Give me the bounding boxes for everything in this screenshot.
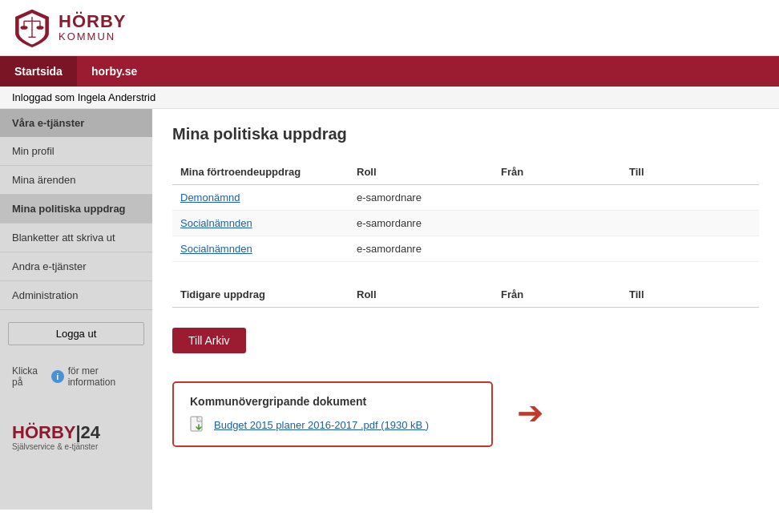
sidebar-item-politiska-uppdrag[interactable]: Mina politiska uppdrag [0, 195, 152, 224]
col-tidigare-uppdrag: Tidigare uppdrag [172, 282, 349, 308]
table-row: Socialnämndene-samordanre [172, 211, 759, 236]
horby24-horby: HÖRBY [12, 424, 75, 441]
logo-horby: HÖRBY [59, 12, 126, 31]
table-row: Demonämnde-samordnare [172, 185, 759, 211]
logo-shield-icon [12, 8, 52, 48]
horby24-number: 24 [81, 424, 100, 441]
sidebar-item-mina-arenden[interactable]: Mina ärenden [0, 166, 152, 195]
document-section: Kommunövergripande dokument Budget 2015 … [172, 381, 493, 447]
horby24-sub: Självservice & e-tjänster [12, 443, 140, 451]
sidebar-logout-container: Logga ut [8, 322, 144, 345]
doc-row: Kommunövergripande dokument Budget 2015 … [172, 377, 759, 447]
col-till: Till [621, 159, 759, 185]
assignment-link[interactable]: Socialnämnden [180, 217, 252, 229]
doc-link[interactable]: Budget 2015 planer 2016-2017 .pdf (1930 … [214, 419, 429, 431]
logout-button[interactable]: Logga ut [8, 322, 144, 345]
svg-point-4 [20, 26, 27, 30]
svg-point-5 [36, 26, 43, 30]
sidebar-item-blanketter[interactable]: Blanketter att skriva ut [0, 224, 152, 252]
assignment-link[interactable]: Socialnämnden [180, 243, 252, 255]
sidebar-bottom-logo: HÖRBY | 24 Självservice & e-tjänster [0, 412, 152, 463]
page-title: Mina politiska uppdrag [172, 125, 759, 143]
doc-section-title: Kommunövergripande dokument [190, 395, 475, 408]
navbar: Startsida horby.se [0, 56, 779, 87]
content-area: Våra e-tjänster Min profil Mina ärenden … [0, 109, 779, 510]
horby24-logo: HÖRBY | 24 Självservice & e-tjänster [12, 424, 140, 451]
sidebar-info: Klicka på i för mer information [0, 357, 152, 396]
nav-startsida[interactable]: Startsida [0, 56, 77, 87]
sidebar-item-min-profil[interactable]: Min profil [0, 137, 152, 166]
svg-rect-7 [191, 417, 202, 431]
login-bar: Inloggad som Ingela Anderstrid [0, 87, 779, 109]
sidebar: Våra e-tjänster Min profil Mina ärenden … [0, 109, 152, 510]
col-roll: Roll [349, 159, 493, 185]
current-assignments-table: Mina förtroendeuppdrag Roll Från Till De… [172, 159, 759, 262]
header: HÖRBY KOMMUN [0, 0, 779, 56]
col-till-prev: Till [621, 282, 759, 308]
col-roll-prev: Roll [349, 282, 493, 308]
pdf-download-icon [190, 416, 208, 433]
arrow-container: ➔ [517, 397, 544, 429]
archive-button[interactable]: Till Arkiv [172, 328, 246, 353]
sidebar-item-administration[interactable]: Administration [0, 281, 152, 310]
login-text: Inloggad som Ingela Anderstrid [12, 91, 155, 103]
main-content: Mina politiska uppdrag Mina förtroendeup… [152, 109, 779, 510]
col-fran-prev: Från [493, 282, 621, 308]
logo-kommun: KOMMUN [59, 31, 126, 42]
info-text-after: för mer information [68, 365, 140, 388]
assignment-link[interactable]: Demonämnd [180, 191, 240, 204]
logo-container: HÖRBY KOMMUN [12, 8, 126, 48]
col-fran: Från [493, 159, 621, 185]
info-text-before: Klicka på [12, 365, 47, 388]
nav-horby[interactable]: horby.se [77, 56, 151, 87]
info-icon: i [51, 370, 64, 383]
sidebar-heading: Våra e-tjänster [0, 109, 152, 137]
previous-assignments-table: Tidigare uppdrag Roll Från Till [172, 282, 759, 308]
red-arrow-icon: ➔ [517, 397, 544, 429]
table-row: Socialnämndene-samordanre [172, 236, 759, 262]
logo-text: HÖRBY KOMMUN [59, 12, 126, 42]
col-uppdrag: Mina förtroendeuppdrag [172, 159, 349, 185]
sidebar-item-andra-tjanster[interactable]: Andra e-tjänster [0, 252, 152, 281]
doc-item: Budget 2015 planer 2016-2017 .pdf (1930 … [190, 416, 475, 433]
